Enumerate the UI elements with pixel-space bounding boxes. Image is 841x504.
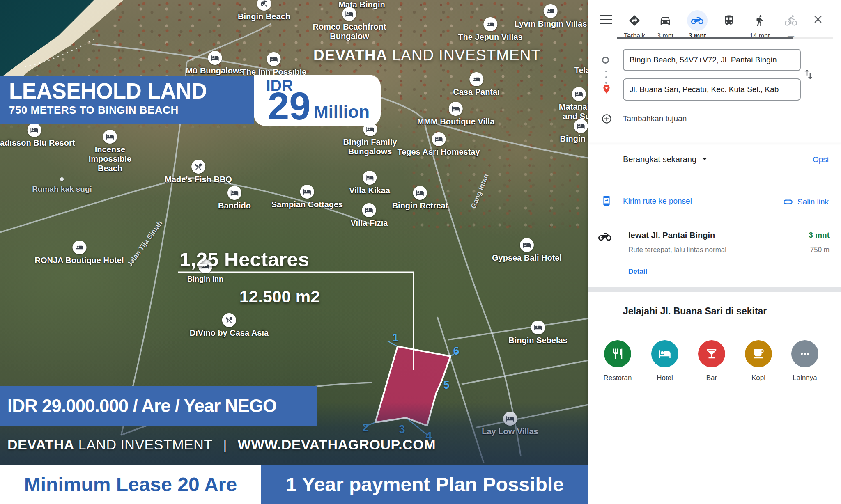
map-poi-label[interactable]: Villa Kikaa xyxy=(349,171,390,195)
mode-scrollbar[interactable] xyxy=(617,37,833,39)
mode-transit[interactable] xyxy=(713,11,744,40)
divider xyxy=(588,143,841,143)
mode-walk[interactable]: 14 mnt xyxy=(744,11,775,40)
map-poi-label[interactable]: RONJA Boutique Hotel xyxy=(34,241,124,265)
lodging-poi-icon xyxy=(300,185,314,199)
lodging-poi-icon xyxy=(449,102,463,116)
map-poi-label[interactable]: Bingin Sebelas xyxy=(508,321,567,345)
route-result-card[interactable]: lewat Jl. Pantai Bingin 3 mnt Rute terce… xyxy=(588,225,841,282)
map-poi-label[interactable]: Mū Bungalows xyxy=(186,51,244,76)
website-url: WWW.DEVATHAGROUP.COM xyxy=(238,437,436,452)
send-to-phone-icon xyxy=(601,195,612,206)
map-poi-label[interactable]: The Inn Possible xyxy=(241,52,307,77)
map-poi-label[interactable]: DiVino by Casa Asia xyxy=(190,313,269,338)
category-more[interactable]: Lainnya xyxy=(782,340,828,382)
mode-best[interactable]: Terbaik xyxy=(619,11,650,40)
map-poi-label[interactable]: Matanai Viand Suit xyxy=(559,87,588,121)
swap-origin-destination-icon[interactable] xyxy=(802,68,815,81)
lodging-poi-icon xyxy=(544,4,558,18)
map-poi-label[interactable]: Tela xyxy=(574,66,588,75)
add-destination-row[interactable]: Tambahkan tujuan xyxy=(588,108,841,130)
lodging-poi-icon xyxy=(227,186,241,200)
map-poi-label[interactable]: The Jepun Villas xyxy=(458,17,522,42)
restaurant-poi-icon xyxy=(222,313,236,327)
watermark-title: DEVATHA LAND INVESTMENT xyxy=(313,47,541,64)
map-poi-label[interactable]: Bandido xyxy=(218,186,251,211)
mode-bike[interactable]: — xyxy=(775,11,807,40)
lodging-poi-icon xyxy=(267,52,281,66)
category-coffee[interactable]: Kopi xyxy=(735,340,781,382)
map-poi-label[interactable]: Bingin Retreat xyxy=(392,186,448,211)
route-title: lewat Jl. Pantai Bingin xyxy=(628,231,715,240)
bike-icon xyxy=(785,14,797,27)
chevron-down-icon xyxy=(702,158,707,160)
parcel-vertex-number: 5 xyxy=(443,379,449,392)
map-poi-label[interactable]: Rumah kak sugi xyxy=(32,177,92,194)
area-square-meters: 12.500 m2 xyxy=(239,287,320,307)
mode-motorcycle-selected[interactable]: 3 mnt xyxy=(682,11,713,40)
cocktail-icon xyxy=(705,348,718,360)
map-poi-label[interactable]: Radisson Blu Resort xyxy=(0,123,75,148)
category-hotel[interactable]: Hotel xyxy=(642,340,688,382)
lodging-poi-icon xyxy=(483,17,497,31)
category-bar[interactable]: Bar xyxy=(689,340,735,382)
map-poi-label[interactable]: Romeo BeachfrontBungalow xyxy=(313,7,386,41)
origin-input[interactable] xyxy=(623,49,801,71)
lodging-poi-icon xyxy=(574,119,588,133)
lodging-poi-icon xyxy=(28,123,41,137)
ad-footer: DEVATHA LAND INVESTMENT|WWW.DEVATHAGROUP… xyxy=(7,437,436,453)
lodging-poi-icon xyxy=(362,203,376,217)
coffee-cup-icon xyxy=(752,348,765,360)
close-icon[interactable] xyxy=(812,13,826,27)
mode-car[interactable]: 3 mnt xyxy=(650,11,681,40)
plus-circle-icon xyxy=(601,113,612,124)
map-poi-label[interactable]: MMM Boutique Villa xyxy=(417,102,495,126)
destination-field-wrap xyxy=(623,78,801,101)
map-poi-label[interactable]: Lyvin Bingin Villas xyxy=(515,4,587,29)
share-row: Kirim rute ke ponsel Salin link xyxy=(588,190,841,214)
map-poi-label[interactable]: Bingin Sur xyxy=(560,119,588,144)
price-unit: Million xyxy=(314,102,370,122)
ellipsis-icon xyxy=(799,348,811,360)
link-icon xyxy=(783,197,793,207)
copy-link[interactable]: Salin link xyxy=(783,197,829,207)
options-link[interactable]: Opsi xyxy=(813,155,829,164)
map-poi-label[interactable]: Bingin Beach xyxy=(238,0,290,21)
send-route-to-phone-link[interactable]: Kirim rute ke ponsel xyxy=(623,197,692,206)
menu-icon[interactable] xyxy=(600,15,612,27)
area-hectares: 1,25 Hectares xyxy=(179,248,320,271)
lodging-poi-icon xyxy=(363,171,377,185)
route-distance: 750 m xyxy=(810,246,830,254)
departure-time-dropdown[interactable]: Berangkat sekarang xyxy=(623,155,707,164)
map-poi-label[interactable]: Gypsea Bali Hotel xyxy=(492,238,562,263)
origin-field-wrap xyxy=(623,49,801,71)
directions-panel: Terbaik 3 mnt 3 mnt 14 mnt — xyxy=(588,0,841,504)
map-poi-label[interactable]: Sampian Cottages xyxy=(271,185,343,209)
transit-icon xyxy=(723,14,735,27)
map-poi-label[interactable]: Teges Asri Homestay xyxy=(397,132,480,157)
lodging-poi-icon xyxy=(103,130,117,144)
price-per-are-banner: IDR 29.000.000 / Are / Year NEGO xyxy=(0,386,317,426)
lodging-poi-icon xyxy=(342,7,356,21)
directions-icon xyxy=(628,14,641,27)
map-poi-label[interactable]: Made's Fish BBQ xyxy=(165,160,232,184)
walk-icon xyxy=(754,14,766,27)
price-box: IDR 29 Million xyxy=(254,75,381,126)
satellite-map[interactable]: Mata BinginBingin BeachRomeo BeachfrontB… xyxy=(0,0,588,504)
lodging-poi-icon xyxy=(520,238,534,252)
destination-input[interactable] xyxy=(623,78,801,101)
destination-pin-icon xyxy=(601,84,612,94)
area-callout: 1,25 Hectares 12.500 m2 xyxy=(179,248,320,307)
beach-trail xyxy=(25,39,94,66)
category-restaurant[interactable]: Restoran xyxy=(595,340,641,382)
headline-subtitle: 750 METERS TO BINGIN BEACH xyxy=(9,104,254,117)
headline-title: LEASEHOLD LAND xyxy=(9,79,254,103)
route-detail-link[interactable]: Detail xyxy=(628,268,647,276)
map-poi-label[interactable]: Villa Fizia xyxy=(351,203,388,228)
map-poi-label[interactable]: Casa Pantai xyxy=(453,72,499,97)
route-description: Rute tercepat, lalu lintas normal xyxy=(628,246,726,254)
parcel-vertex-number: 6 xyxy=(453,345,459,357)
map-poi-label[interactable]: IncenseImpossibleBeach xyxy=(89,130,131,173)
lodging-poi-icon xyxy=(469,72,483,86)
map-poi-label[interactable]: Bingin FamilyBungalows xyxy=(343,122,397,156)
